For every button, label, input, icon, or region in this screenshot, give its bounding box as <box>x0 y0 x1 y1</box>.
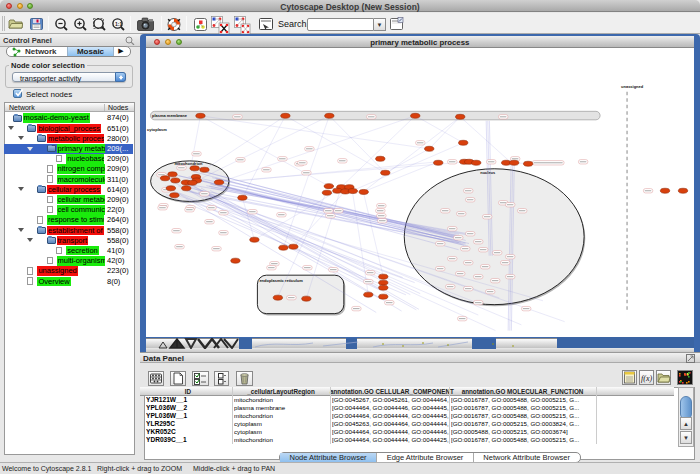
svg-text:1:1: 1:1 <box>115 21 122 27</box>
svg-text:plasma membrane: plasma membrane <box>151 113 187 118</box>
svg-text:f(x): f(x) <box>641 374 652 383</box>
svg-text:unassigned: unassigned <box>621 83 644 88</box>
svg-text:mitochondrion: mitochondrion <box>174 160 202 165</box>
svg-text:nucleus: nucleus <box>480 170 496 175</box>
svg-text:endoplasmic reticulum: endoplasmic reticulum <box>259 277 303 282</box>
svg-text:cytoplasm: cytoplasm <box>146 126 166 131</box>
